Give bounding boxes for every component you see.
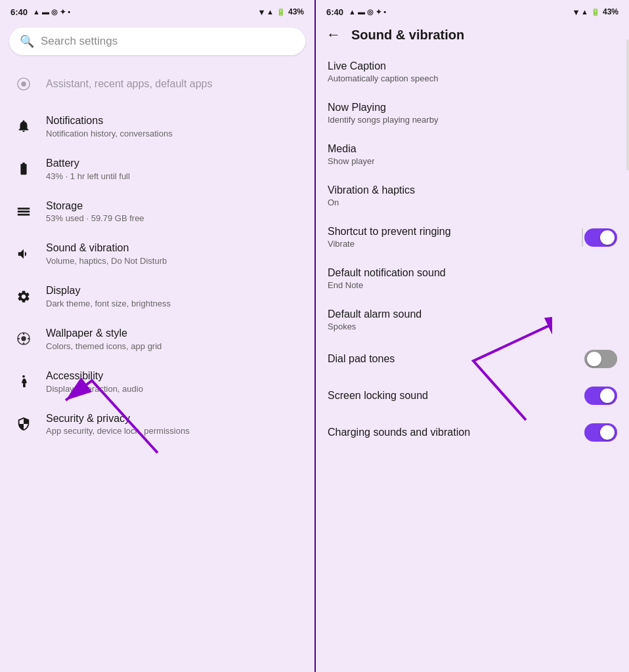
vibration-subtitle: On: [328, 198, 415, 207]
charging-text: Charging sounds and vibration: [328, 427, 470, 438]
dial-pad-title: Dial pad tones: [328, 353, 395, 365]
battery-percent-left: 43%: [288, 7, 304, 16]
signal-icon-right: ▲: [581, 8, 588, 16]
live-caption-text: Live Caption Automatically caption speec…: [328, 60, 438, 83]
signal-icon-left: ▲: [267, 8, 274, 16]
svg-point-7: [28, 338, 30, 340]
shortcut-divider: [582, 228, 583, 247]
wallpaper-icon: [12, 327, 35, 350]
battery-icon: [12, 157, 35, 180]
assistant-title: Assistant, recent apps, default apps: [46, 77, 303, 91]
display-icon: [12, 285, 35, 308]
accessibility-subtitle: Display, interaction, audio: [46, 384, 303, 394]
security-icon: [12, 412, 35, 436]
sound-icon: [12, 242, 35, 266]
search-bar[interactable]: 🔍 Search settings: [9, 28, 305, 55]
svg-point-4: [23, 333, 25, 335]
panel-title: Sound & vibration: [351, 28, 464, 43]
status-left-right: 6:40 ▲ ▬ ◎ ✦ •: [326, 7, 386, 17]
svg-point-6: [18, 338, 20, 340]
search-icon: 🔍: [20, 34, 34, 49]
settings-item-notifications[interactable]: Notifications Notification history, conv…: [3, 105, 312, 148]
charging-title: Charging sounds and vibration: [328, 427, 470, 438]
default-notification-title: Default notification sound: [328, 267, 446, 279]
assistant-text: Assistant, recent apps, default apps: [46, 77, 303, 91]
status-right-left: ▾ ▲ 🔋 43%: [259, 7, 304, 17]
live-caption-title: Live Caption: [328, 60, 438, 72]
charging-toggle-knob: [600, 425, 615, 440]
display-subtitle: Dark theme, font size, brightness: [46, 299, 303, 308]
security-title: Security & privacy: [46, 412, 303, 426]
screen-locking-toggle[interactable]: [584, 387, 617, 405]
search-bar-container: 🔍 Search settings: [0, 21, 314, 63]
sound-text: Sound & vibration Volume, haptics, Do No…: [46, 242, 303, 266]
battery-icon-right: 🔋: [591, 8, 600, 16]
battery-icon-left: 🔋: [276, 8, 286, 16]
settings-item-accessibility[interactable]: Accessibility Display, interaction, audi…: [3, 360, 312, 403]
security-text: Security & privacy App security, device …: [46, 412, 303, 436]
notifications-subtitle: Notification history, conversations: [46, 129, 303, 138]
dial-pad-toggle[interactable]: [584, 350, 617, 368]
media-title: Media: [328, 143, 375, 155]
status-bar-right: 6:40 ▲ ▬ ◎ ✦ • ▾ ▲ 🔋 43%: [316, 0, 629, 21]
shortcut-subtitle: Vibrate: [328, 239, 451, 249]
storage-text: Storage 53% used · 59.79 GB free: [46, 200, 303, 224]
media-subtitle: Show player: [328, 156, 375, 166]
settings-item-display[interactable]: Display Dark theme, font size, brightnes…: [3, 275, 312, 318]
wallpaper-subtitle: Colors, themed icons, app grid: [46, 341, 303, 351]
back-button[interactable]: ←: [326, 26, 341, 43]
wifi-icon-left: ▾: [259, 7, 264, 17]
status-left: 6:40 ▲ ▬ ◎ ✦ •: [11, 7, 70, 17]
settings-item-wallpaper[interactable]: Wallpaper & style Colors, themed icons, …: [3, 318, 312, 360]
right-item-dial-pad[interactable]: Dial pad tones: [316, 341, 629, 377]
shortcut-toggle-group: [580, 228, 617, 247]
right-item-vibration[interactable]: Vibration & haptics On: [316, 175, 629, 217]
settings-item-assistant[interactable]: Assistant, recent apps, default apps: [3, 63, 312, 105]
settings-item-storage[interactable]: Storage 53% used · 59.79 GB free: [3, 190, 312, 233]
settings-list-left: Assistant, recent apps, default apps Not…: [0, 63, 314, 672]
now-playing-text: Now Playing Identify songs playing nearb…: [328, 102, 438, 125]
scrollbar[interactable]: [626, 39, 629, 171]
default-alarm-text: Default alarm sound Spokes: [328, 308, 422, 331]
screen-locking-title: Screen locking sound: [328, 390, 428, 402]
default-alarm-subtitle: Spokes: [328, 322, 422, 331]
default-notification-text: Default notification sound End Note: [328, 267, 446, 290]
shortcut-toggle-knob: [600, 230, 615, 245]
charging-toggle[interactable]: [584, 423, 617, 442]
right-item-live-caption[interactable]: Live Caption Automatically caption speec…: [316, 51, 629, 93]
right-item-media[interactable]: Media Show player: [316, 134, 629, 175]
right-item-now-playing[interactable]: Now Playing Identify songs playing nearb…: [316, 93, 629, 134]
screen-locking-text: Screen locking sound: [328, 390, 428, 402]
status-icons-left: ▲ ▬ ◎ ✦ •: [33, 8, 70, 16]
shortcut-title: Shortcut to prevent ringing: [328, 226, 451, 238]
media-text: Media Show player: [328, 143, 375, 166]
assistant-icon: [12, 72, 35, 96]
default-notification-subtitle: End Note: [328, 280, 446, 290]
wifi-icon-right: ▾: [574, 7, 578, 17]
right-item-default-notification[interactable]: Default notification sound End Note: [316, 258, 629, 299]
notifications-icon: [12, 114, 35, 138]
now-playing-title: Now Playing: [328, 102, 438, 114]
left-panel: 6:40 ▲ ▬ ◎ ✦ • ▾ ▲ 🔋 43% 🔍 Search settin…: [0, 0, 314, 672]
shortcut-toggle[interactable]: [584, 228, 617, 247]
settings-item-battery[interactable]: Battery 43% · 1 hr left until full: [3, 148, 312, 190]
status-right-right: ▾ ▲ 🔋 43%: [574, 7, 618, 17]
settings-item-sound[interactable]: Sound & vibration Volume, haptics, Do No…: [3, 232, 312, 275]
right-item-screen-locking[interactable]: Screen locking sound: [316, 377, 629, 414]
wallpaper-text: Wallpaper & style Colors, themed icons, …: [46, 327, 303, 351]
right-item-default-alarm[interactable]: Default alarm sound Spokes: [316, 299, 629, 341]
sound-title: Sound & vibration: [46, 242, 303, 255]
security-subtitle: App security, device lock, permissions: [46, 426, 303, 436]
now-playing-subtitle: Identify songs playing nearby: [328, 115, 438, 125]
right-item-shortcut[interactable]: Shortcut to prevent ringing Vibrate: [316, 217, 629, 258]
vibration-title: Vibration & haptics: [328, 184, 415, 196]
screen-locking-toggle-knob: [600, 388, 615, 403]
right-item-charging[interactable]: Charging sounds and vibration: [316, 414, 629, 451]
sound-subtitle: Volume, haptics, Do Not Disturb: [46, 256, 303, 266]
battery-percent-right: 43%: [603, 7, 618, 16]
svg-point-3: [21, 337, 26, 341]
storage-title: Storage: [46, 200, 303, 213]
accessibility-text: Accessibility Display, interaction, audi…: [46, 369, 303, 394]
display-title: Display: [46, 284, 303, 298]
settings-item-security[interactable]: Security & privacy App security, device …: [3, 403, 312, 446]
